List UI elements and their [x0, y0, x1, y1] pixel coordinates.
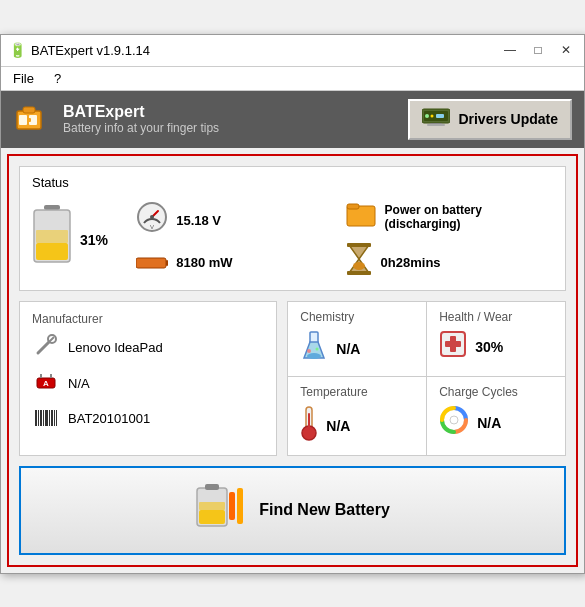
status-section: Status 31%	[19, 166, 566, 291]
voltage-item: V 15.18 V	[136, 201, 344, 240]
svg-rect-52	[308, 413, 310, 429]
svg-rect-4	[27, 118, 31, 122]
health-label: Health / Wear	[439, 310, 553, 324]
svg-rect-21	[166, 260, 168, 266]
svg-rect-23	[347, 204, 359, 209]
serial-number: BAT20101001	[68, 411, 150, 426]
svg-rect-35	[38, 410, 39, 426]
time-value: 0h28mins	[381, 255, 441, 270]
temperature-panel: Temperature N/A	[287, 377, 426, 456]
temperature-value: N/A	[326, 418, 350, 434]
chemistry-label: Chemistry	[300, 310, 414, 324]
svg-rect-36	[40, 410, 42, 426]
app-tagline: Battery info at your finger tips	[63, 121, 219, 135]
svg-rect-25	[347, 271, 371, 275]
header-text: BATExpert Battery info at your finger ti…	[63, 103, 219, 135]
power-item: 8180 mW	[136, 246, 344, 278]
svg-rect-20	[136, 258, 166, 268]
health-panel: Health / Wear 30%	[426, 301, 566, 377]
svg-point-45	[307, 349, 311, 353]
drivers-update-button[interactable]: Drivers Update	[408, 99, 572, 140]
chemistry-value: N/A	[336, 341, 360, 357]
svg-rect-42	[56, 410, 57, 426]
power-state-line1: Power on battery	[385, 203, 482, 217]
wrench-icon	[32, 334, 60, 362]
header-battery-icon	[13, 99, 53, 139]
svg-rect-34	[35, 410, 37, 426]
status-label: Status	[32, 175, 553, 190]
time-item: 0h28mins	[345, 243, 553, 282]
svg-rect-14	[36, 243, 68, 260]
recycle-icon	[439, 405, 469, 441]
svg-rect-37	[43, 410, 44, 426]
serial-row: BAT20101001	[32, 406, 264, 432]
svg-point-18	[150, 215, 154, 219]
power-bar-icon	[136, 246, 168, 278]
svg-rect-57	[199, 510, 225, 524]
svg-rect-60	[237, 488, 243, 524]
svg-rect-11	[427, 124, 445, 126]
app-name: BATExpert	[63, 103, 219, 121]
svg-line-27	[38, 342, 49, 353]
menu-file[interactable]: File	[9, 69, 38, 88]
power-state-line2: (discharging)	[385, 217, 482, 231]
manufacturer-model-row: A N/A	[32, 370, 264, 398]
main-window: 🔋 BATExpert v1.9.1.14 — □ ✕ File ?	[0, 34, 585, 574]
power-state-text: Power on battery (discharging)	[385, 203, 482, 231]
beaker-icon	[300, 330, 328, 368]
battery-percent-value: 31%	[80, 232, 108, 248]
health-content: 30%	[439, 330, 553, 364]
temperature-label: Temperature	[300, 385, 414, 399]
manufacturer-model: N/A	[68, 376, 90, 391]
svg-point-46	[316, 347, 319, 350]
svg-rect-39	[49, 410, 50, 426]
manufacturer-name-row: Lenovo IdeaPad	[32, 334, 264, 362]
svg-rect-40	[51, 410, 53, 426]
header-bar: BATExpert Battery info at your finger ti…	[1, 91, 584, 148]
svg-rect-56	[205, 484, 219, 490]
charge-cycles-panel: Charge Cycles	[426, 377, 566, 456]
window-title: BATExpert v1.9.1.14	[31, 43, 150, 58]
speedometer-icon: V	[136, 201, 168, 240]
title-controls: — □ ✕	[500, 40, 576, 60]
manufacturer-name: Lenovo IdeaPad	[68, 340, 163, 355]
svg-rect-9	[436, 114, 444, 118]
status-right: Power on battery (discharging)	[345, 198, 553, 282]
svg-rect-1	[23, 107, 35, 113]
status-middle: V 15.18 V 8180 mW	[136, 201, 344, 278]
main-content: Status 31%	[7, 154, 578, 567]
health-value: 30%	[475, 339, 503, 355]
hourglass-icon	[345, 243, 373, 282]
thermometer-icon	[300, 405, 318, 447]
manufacturer-label: Manufacturer	[32, 312, 264, 326]
tag-icon: A	[32, 370, 60, 398]
svg-point-54	[450, 416, 458, 424]
charge-cycles-value: N/A	[477, 415, 501, 431]
close-button[interactable]: ✕	[556, 40, 576, 60]
find-battery-button[interactable]: Find New Battery	[19, 466, 566, 555]
svg-rect-24	[347, 243, 371, 247]
svg-point-8	[431, 114, 434, 117]
menu-help[interactable]: ?	[50, 69, 65, 88]
bottom-section: Manufacturer Lenovo IdeaPad	[19, 301, 566, 456]
menu-bar: File ?	[1, 67, 584, 91]
svg-text:A: A	[43, 379, 49, 388]
battery-percent-item: 31%	[32, 205, 136, 274]
barcode-icon	[32, 406, 60, 432]
find-battery-label: Find New Battery	[259, 501, 390, 519]
minimize-button[interactable]: —	[500, 40, 520, 60]
folder-icon	[345, 198, 377, 237]
svg-rect-58	[199, 502, 225, 510]
header-left: BATExpert Battery info at your finger ti…	[13, 99, 219, 139]
drivers-update-label: Drivers Update	[458, 111, 558, 127]
maximize-button[interactable]: □	[528, 40, 548, 60]
title-bar-left: 🔋 BATExpert v1.9.1.14	[9, 42, 150, 58]
first-aid-icon	[439, 330, 467, 364]
battery-icon	[32, 205, 72, 274]
svg-rect-49	[445, 341, 461, 347]
status-row: 31% V 15.	[32, 198, 553, 282]
chemistry-panel: Chemistry N/A	[287, 301, 426, 377]
app-icon: 🔋	[9, 42, 25, 58]
svg-rect-59	[229, 492, 235, 520]
power-value: 8180 mW	[176, 255, 232, 270]
